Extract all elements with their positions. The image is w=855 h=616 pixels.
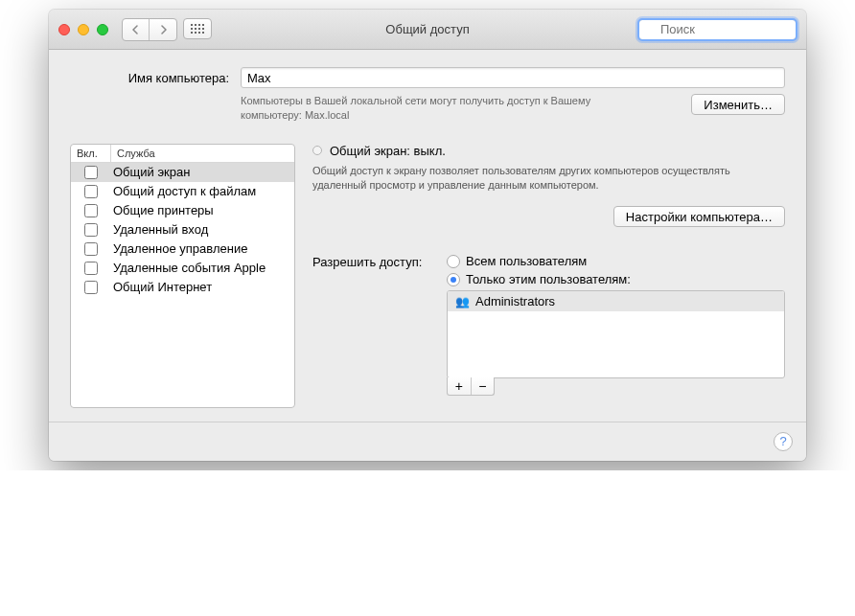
service-description: Общий доступ к экрану позволяет пользова… bbox=[312, 164, 785, 194]
service-checkbox[interactable] bbox=[84, 185, 98, 198]
back-button[interactable] bbox=[123, 19, 150, 40]
svg-rect-9 bbox=[195, 32, 196, 34]
computer-name-subrow: Компьютеры в Вашей локальной сети могут … bbox=[70, 94, 785, 123]
edit-hostname-button[interactable]: Изменить… bbox=[691, 94, 785, 115]
settings-button-row: Настройки компьютера… bbox=[312, 206, 785, 227]
service-label: Общий Интернет bbox=[111, 280, 294, 294]
service-label: Удаленные события Apple bbox=[111, 261, 294, 275]
radio-all-users-row[interactable]: Всем пользователям bbox=[447, 254, 785, 268]
service-list-body: Общий экранОбщий доступ к файламОбщие пр… bbox=[71, 163, 294, 407]
svg-rect-6 bbox=[198, 28, 200, 30]
computer-name-subtext: Компьютеры в Вашей локальной сети могут … bbox=[241, 94, 605, 123]
svg-rect-2 bbox=[198, 24, 200, 26]
status-indicator-icon bbox=[312, 146, 322, 155]
svg-rect-3 bbox=[202, 24, 204, 26]
service-checkbox-wrap bbox=[71, 204, 111, 217]
chevron-right-icon bbox=[159, 25, 168, 34]
status-text: Общий экран: выкл. bbox=[330, 144, 446, 158]
svg-rect-11 bbox=[202, 32, 204, 34]
service-row[interactable]: Удаленный вход bbox=[71, 220, 294, 240]
svg-rect-7 bbox=[202, 28, 204, 30]
service-label: Удаленное управление bbox=[111, 241, 294, 256]
help-button[interactable]: ? bbox=[774, 432, 793, 451]
service-list-header: Вкл. Служба bbox=[71, 145, 294, 163]
search-wrap bbox=[638, 19, 797, 40]
svg-rect-4 bbox=[191, 28, 193, 30]
main-row: Вкл. Служба Общий экранОбщий доступ к фа… bbox=[70, 144, 785, 408]
computer-name-input[interactable] bbox=[241, 67, 785, 88]
sharing-prefs-window: Общий доступ Имя компьютера: Компьютеры … bbox=[49, 10, 806, 461]
zoom-icon[interactable] bbox=[97, 24, 108, 35]
service-checkbox-wrap bbox=[71, 166, 111, 179]
back-forward-segment bbox=[122, 18, 177, 41]
service-row[interactable]: Удаленные события Apple bbox=[71, 259, 294, 278]
service-label: Общий доступ к файлам bbox=[111, 184, 294, 198]
footer: ? bbox=[49, 422, 806, 461]
service-detail: Общий экран: выкл. Общий доступ к экрану… bbox=[312, 144, 785, 397]
service-checkbox-wrap bbox=[71, 242, 111, 256]
radio-all-users[interactable] bbox=[447, 255, 460, 268]
computer-name-label: Имя компьютера: bbox=[70, 71, 233, 85]
service-label: Общие принтеры bbox=[111, 203, 294, 217]
titlebar: Общий доступ bbox=[49, 10, 806, 50]
content-area: Имя компьютера: Компьютеры в Вашей локал… bbox=[49, 50, 806, 422]
allow-access-label: Разрешить доступ: bbox=[312, 254, 437, 396]
service-checkbox[interactable] bbox=[84, 281, 98, 294]
svg-rect-8 bbox=[191, 32, 193, 34]
service-checkbox-wrap bbox=[71, 281, 111, 294]
grid-icon bbox=[191, 24, 204, 34]
users-icon: 👥 bbox=[455, 295, 470, 308]
service-label: Удаленный вход bbox=[111, 222, 294, 237]
allowed-users-list[interactable]: 👥Administrators bbox=[447, 290, 785, 378]
service-list: Вкл. Служба Общий экранОбщий доступ к фа… bbox=[70, 144, 295, 408]
service-checkbox[interactable] bbox=[84, 262, 98, 275]
svg-rect-10 bbox=[198, 32, 200, 34]
service-checkbox[interactable] bbox=[84, 166, 98, 179]
service-row[interactable]: Удаленное управление bbox=[71, 240, 294, 259]
service-checkbox-wrap bbox=[71, 185, 111, 198]
remove-user-button[interactable]: − bbox=[472, 377, 495, 395]
radio-only-users-row[interactable]: Только этим пользователям: bbox=[447, 272, 785, 286]
radio-only-users-label: Только этим пользователям: bbox=[466, 272, 631, 286]
radio-only-users[interactable] bbox=[447, 273, 460, 286]
radio-all-users-label: Всем пользователям bbox=[466, 254, 587, 268]
window-controls bbox=[58, 24, 108, 35]
search-input[interactable] bbox=[638, 19, 797, 40]
add-remove-segment: + − bbox=[447, 377, 495, 396]
service-row[interactable]: Общие принтеры bbox=[71, 201, 294, 220]
add-user-button[interactable]: + bbox=[448, 377, 472, 395]
service-checkbox[interactable] bbox=[84, 223, 98, 237]
svg-rect-0 bbox=[191, 24, 193, 26]
service-row[interactable]: Общий доступ к файлам bbox=[71, 182, 294, 201]
forward-button[interactable] bbox=[150, 19, 176, 40]
status-row: Общий экран: выкл. bbox=[312, 144, 785, 158]
service-header-service: Служба bbox=[111, 145, 294, 162]
chevron-left-icon bbox=[131, 25, 140, 34]
service-checkbox-wrap bbox=[71, 262, 111, 275]
service-checkbox-wrap bbox=[71, 223, 111, 237]
service-header-on: Вкл. bbox=[71, 145, 111, 162]
svg-rect-1 bbox=[195, 24, 196, 26]
toolbar-nav bbox=[122, 18, 212, 41]
allow-radio-group: Всем пользователям Только этим пользоват… bbox=[447, 254, 785, 396]
svg-rect-5 bbox=[195, 28, 196, 30]
service-checkbox[interactable] bbox=[84, 204, 98, 217]
computer-name-row: Имя компьютера: bbox=[70, 67, 785, 88]
service-row[interactable]: Общий экран bbox=[71, 163, 294, 182]
service-row[interactable]: Общий Интернет bbox=[71, 278, 294, 297]
minimize-icon[interactable] bbox=[78, 24, 89, 35]
show-all-button[interactable] bbox=[183, 18, 212, 39]
service-checkbox[interactable] bbox=[84, 242, 98, 256]
close-icon[interactable] bbox=[58, 24, 70, 35]
computer-settings-button[interactable]: Настройки компьютера… bbox=[613, 206, 785, 227]
service-label: Общий экран bbox=[111, 165, 294, 179]
user-name: Administrators bbox=[475, 294, 555, 308]
user-row[interactable]: 👥Administrators bbox=[448, 291, 784, 311]
allow-access-row: Разрешить доступ: Всем пользователям Тол… bbox=[312, 254, 785, 396]
